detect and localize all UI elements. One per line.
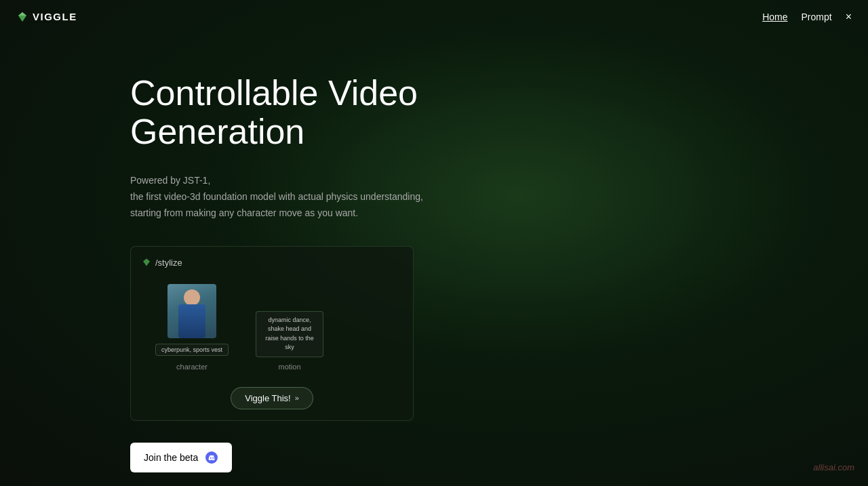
nav-prompt-link[interactable]: Prompt <box>802 12 832 22</box>
hero-subtitle: Powered by JST-1, the first video-3d fou… <box>130 173 868 221</box>
top-nav: Home Prompt × <box>762 12 852 22</box>
subtitle-line2: the first video-3d foundation model with… <box>130 191 423 202</box>
motion-label: motion <box>279 363 301 371</box>
close-button[interactable]: × <box>846 12 852 22</box>
character-tag: cyberpunk, sports vest <box>155 344 229 356</box>
demo-card-logo-icon <box>142 258 151 267</box>
logo[interactable]: VIGGLE <box>16 11 77 23</box>
hero-title: Controllable Video Generation <box>130 74 551 151</box>
character-label: character <box>176 363 208 371</box>
discord-icon <box>205 451 218 464</box>
viggle-btn-wrap: Viggle This! » <box>142 387 402 409</box>
viggle-logo-icon <box>16 11 28 23</box>
subtitle-line3: starting from making any character move … <box>130 207 358 218</box>
join-beta-button[interactable]: Join the beta <box>130 443 232 472</box>
viggle-this-button[interactable]: Viggle This! » <box>231 387 313 409</box>
join-beta-label: Join the beta <box>144 452 198 463</box>
character-image <box>167 284 216 338</box>
header: VIGGLE Home Prompt × <box>0 0 868 33</box>
character-block: cyberpunk, sports vest character <box>155 284 229 371</box>
nav-home-link[interactable]: Home <box>762 12 787 22</box>
main-content: Controllable Video Generation Powered by… <box>0 33 868 472</box>
demo-card: /stylize cyberpunk, sports vest characte… <box>130 246 414 421</box>
demo-card-content: cyberpunk, sports vest character dynamic… <box>142 284 402 371</box>
viggle-btn-arrow: » <box>295 394 299 402</box>
motion-block: dynamic dance, shake head and raise hand… <box>256 311 323 371</box>
viggle-btn-label: Viggle This! <box>245 393 290 403</box>
demo-card-header: /stylize <box>142 258 402 268</box>
demo-card-command: /stylize <box>155 258 182 268</box>
logo-text: VIGGLE <box>33 11 77 22</box>
watermark: allisai.com <box>813 462 854 472</box>
subtitle-line1: Powered by JST-1, <box>130 175 210 186</box>
motion-tag: dynamic dance, shake head and raise hand… <box>256 311 323 357</box>
